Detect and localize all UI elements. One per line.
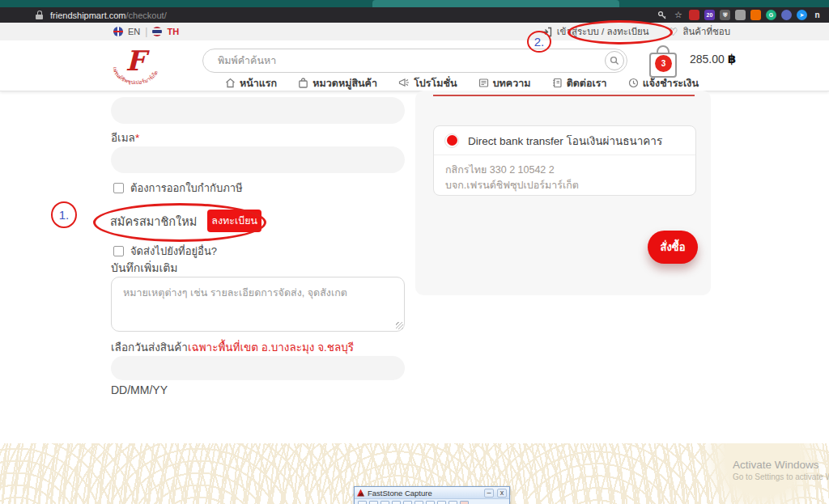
capture-tool-icon[interactable]	[403, 501, 412, 504]
capture-tool-icon[interactable]	[358, 501, 367, 504]
bookmark-star-icon[interactable]: ☆	[673, 10, 684, 21]
tax-invoice-label: ต้องการออกใบกำกับภาษี	[130, 180, 243, 197]
notes-textarea[interactable]	[111, 277, 405, 332]
annotation-step1-circle: 1.	[51, 201, 77, 228]
site-header: F เฟรนด์ชิพซุปเปอร์มาร์เก็ต 3 285.00 ฿ ห…	[0, 40, 829, 91]
faststone-app-icon	[357, 489, 364, 497]
search-button[interactable]	[605, 51, 624, 70]
close-button[interactable]: x	[497, 489, 507, 498]
watermark-line1: Activate Windows	[733, 459, 829, 471]
th-flag-icon[interactable]	[152, 27, 162, 36]
extension-icon-orange[interactable]	[750, 10, 761, 20]
panel-red-divider	[433, 95, 695, 96]
nav-label: หมวดหมู่สินค้า	[312, 75, 377, 91]
nav-item-contact[interactable]: ติดต่อเรา	[552, 75, 607, 91]
logo-letter: F	[125, 44, 150, 77]
nav-label: แจ้งชำระเงิน	[643, 75, 699, 91]
nav-item-promotions[interactable]: โปรโมชั่น	[398, 75, 457, 91]
extension-icon-indigo[interactable]	[781, 10, 792, 20]
cart-total-amount: 285.00	[690, 53, 725, 66]
name-field[interactable]	[111, 97, 405, 124]
search-bar	[202, 49, 627, 73]
delivery-area-note: เฉพาะพื้นที่เขต อ.บางละมุง จ.ชลบุรี	[188, 341, 354, 354]
nav-item-categories[interactable]: หมวดหมู่สินค้า	[298, 75, 377, 91]
wishlist-label: สินค้าที่ชอบ	[682, 24, 730, 39]
capture-tool-icon[interactable]	[392, 501, 401, 504]
email-field[interactable]	[111, 146, 405, 173]
tax-invoice-row: ต้องการออกใบกำกับภาษี	[113, 180, 243, 197]
nav-item-payment-notify[interactable]: แจ้งชำระเงิน	[628, 75, 699, 91]
browser-tabstrip	[0, 0, 829, 7]
faststone-toolbar[interactable]	[355, 499, 509, 504]
capture-tool-icon[interactable]	[437, 501, 446, 504]
nav-label: หน้าแรก	[240, 75, 277, 91]
cart-total: 285.00 ฿	[690, 52, 736, 66]
home-icon	[225, 78, 236, 88]
faststone-title: FastStone Capture	[368, 489, 481, 498]
currency-symbol: ฿	[728, 52, 736, 66]
payment-radio-selected[interactable]	[444, 133, 459, 148]
contact-book-icon	[552, 78, 563, 88]
lang-th[interactable]: TH	[167, 27, 179, 36]
nav-label: บทความ	[493, 75, 531, 91]
cart-count-badge: 3	[655, 55, 672, 72]
email-label: อีเมล*	[111, 129, 139, 146]
megaphone-icon	[398, 78, 410, 88]
lang-divider: |	[145, 26, 147, 37]
bank-name-line: บจก.เฟรนด์ชิฟซุปเปอร์มาร์เก็ต	[445, 178, 684, 193]
key-icon[interactable]	[657, 10, 668, 21]
browser-profile-icon[interactable]: n	[812, 10, 823, 20]
extension-icon-blue[interactable]: ➤	[797, 10, 807, 20]
annotation-step1-number: 1.	[59, 208, 70, 222]
nav-item-home[interactable]: หน้าแรก	[225, 75, 277, 91]
capture-tool-icon[interactable]	[460, 501, 469, 504]
ship-other-checkbox[interactable]	[113, 246, 124, 256]
url-text[interactable]: friendshipmart.com/checkout/	[50, 11, 167, 20]
delivery-date-label: เลือกวันส่งสินค้าเฉพาะพื้นที่เขต อ.บางละ…	[111, 338, 354, 356]
annotation-step2-circle: 2.	[527, 31, 551, 53]
notes-label: บันทึกเพิ่มเติม	[111, 259, 178, 277]
payment-method-header[interactable]: Direct bank transfer โอนเงินผ่านธนาคาร	[434, 126, 695, 155]
bag-icon	[298, 78, 308, 88]
extension-icon-green[interactable]: G	[766, 10, 776, 20]
nav-label: โปรโมชั่น	[414, 75, 457, 91]
extension-icon-pdf[interactable]	[689, 10, 699, 20]
delivery-date-field[interactable]	[111, 356, 405, 380]
browser-active-tab[interactable]	[372, 0, 619, 7]
faststone-titlebar[interactable]: FastStone Capture – x	[355, 487, 509, 499]
search-input[interactable]	[203, 49, 592, 72]
extension-icon-purple[interactable]: 20	[704, 10, 715, 20]
place-order-button[interactable]: สั่งซื้อ	[648, 231, 698, 264]
lang-en[interactable]: EN	[128, 27, 140, 36]
annotation-register-ellipse	[93, 203, 266, 242]
clock-icon	[628, 78, 639, 88]
capture-tool-icon[interactable]	[426, 501, 435, 504]
site-topbar: EN | TH เข้าสู่ระบบ / ลงทะเบียน ♡ สินค้า…	[0, 23, 829, 40]
url-host: friendshipmart.com	[50, 11, 126, 20]
payment-panel: Direct bank transfer โอนเงินผ่านธนาคาร ก…	[415, 91, 711, 295]
payment-method-box: Direct bank transfer โอนเงินผ่านธนาคาร ก…	[433, 125, 696, 196]
browser-address-bar[interactable]: friendshipmart.com/checkout/ ☆ 20 ⛨ G ➤ …	[0, 7, 829, 23]
capture-tool-icon[interactable]	[369, 501, 378, 504]
capture-tool-icon[interactable]	[449, 501, 457, 504]
required-asterisk: *	[135, 132, 139, 144]
extension-icon-shield[interactable]: ⛨	[720, 10, 730, 20]
wishlist-link[interactable]: ♡ สินค้าที่ชอบ	[669, 24, 730, 39]
payment-method-title: Direct bank transfer โอนเงินผ่านธนาคาร	[468, 132, 662, 150]
activate-windows-watermark: Activate Windows Go to Settings to activ…	[733, 459, 829, 481]
tax-invoice-checkbox[interactable]	[113, 183, 124, 193]
browser-toolbar-icons: ☆ 20 ⛨ G ➤ n	[657, 7, 823, 23]
en-flag-icon[interactable]	[113, 27, 123, 36]
watermark-line2: Go to Settings to activate W	[733, 472, 829, 481]
capture-tool-icon[interactable]	[380, 501, 389, 504]
minimize-button[interactable]: –	[484, 489, 494, 498]
language-switcher: EN | TH	[113, 23, 179, 40]
main-nav: หน้าแรก หมวดหมู่สินค้า โปรโมชั่น บทความ …	[225, 74, 699, 91]
extension-icon-gray[interactable]	[735, 10, 746, 20]
annotation-login-ellipse	[568, 20, 673, 44]
nav-item-articles[interactable]: บทความ	[478, 75, 531, 91]
capture-tool-icon[interactable]	[414, 501, 423, 504]
bank-account-line: กสิกรไทย 330 2 10542 2	[445, 163, 684, 178]
faststone-window[interactable]: FastStone Capture – x	[354, 486, 510, 504]
site-logo[interactable]: F เฟรนด์ชิพซุปเปอร์มาร์เก็ต	[99, 43, 172, 88]
